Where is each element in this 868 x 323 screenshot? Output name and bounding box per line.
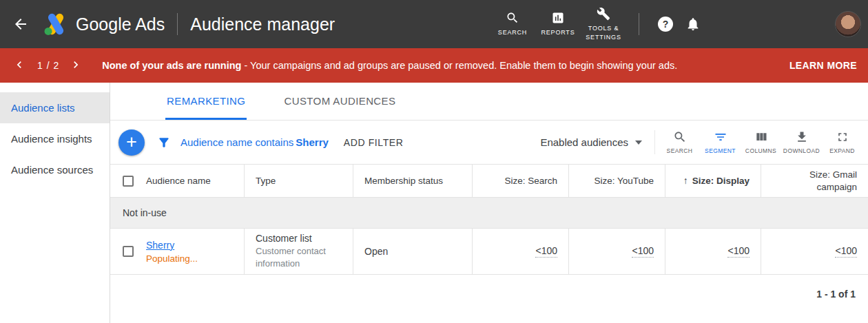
dropdown-value: Enabled audiences bbox=[540, 136, 628, 148]
download-button[interactable]: DOWNLOAD bbox=[781, 130, 822, 154]
help-icon: ? bbox=[658, 17, 673, 32]
topbar-reports-label: REPORTS bbox=[541, 28, 575, 37]
audience-view-dropdown[interactable]: Enabled audiences bbox=[540, 136, 642, 148]
expand-label: EXPAND bbox=[829, 147, 855, 154]
header-audience-name-label: Audience name bbox=[146, 175, 211, 187]
add-audience-button[interactable]: + bbox=[118, 129, 145, 156]
header-audience-name[interactable]: Audience name bbox=[110, 165, 245, 197]
filter-funnel-icon bbox=[157, 136, 171, 149]
notifications-button[interactable] bbox=[679, 10, 707, 38]
page-title: Audience manager bbox=[190, 14, 335, 34]
banner-pager: 1 / 2 bbox=[37, 60, 59, 71]
columns-label: COLUMNS bbox=[745, 147, 776, 154]
sidebar-item-audience-lists[interactable]: Audience lists bbox=[0, 92, 110, 123]
brand-name: Google Ads bbox=[76, 14, 165, 34]
header-size-gmail[interactable]: Size: Gmail campaign bbox=[761, 165, 868, 197]
select-all-checkbox[interactable] bbox=[123, 176, 134, 187]
topbar-tools-settings-button[interactable]: TOOLS & SETTINGS bbox=[581, 7, 626, 41]
segment-icon bbox=[714, 130, 727, 144]
help-button[interactable]: ? bbox=[652, 10, 679, 38]
type-value: Customer list bbox=[256, 233, 342, 244]
size-youtube-value: <100 bbox=[632, 245, 654, 258]
header-size-youtube[interactable]: Size: YouTube bbox=[569, 165, 665, 197]
learn-more-button[interactable]: LEARN MORE bbox=[789, 60, 857, 71]
add-filter-button[interactable]: ADD FILTER bbox=[344, 137, 404, 148]
topbar-divider bbox=[639, 13, 639, 35]
header-membership-status[interactable]: Membership status bbox=[353, 165, 473, 197]
back-button[interactable] bbox=[7, 10, 34, 38]
header-size-display-label: Size: Display bbox=[692, 175, 750, 187]
topbar-search-label: SEARCH bbox=[498, 28, 527, 37]
segment-label: SEGMENT bbox=[705, 147, 736, 154]
populating-status: Populating... bbox=[146, 253, 198, 264]
table-row: Sherry Populating... Customer list Custo… bbox=[110, 229, 868, 275]
pagination-label: 1 - 1 of 1 bbox=[110, 275, 868, 300]
size-display-value: <100 bbox=[727, 245, 750, 258]
audience-table: Audience name Type Membership status Siz… bbox=[110, 164, 868, 275]
topbar-search-button[interactable]: SEARCH bbox=[490, 11, 535, 37]
sidebar-item-audience-sources[interactable]: Audience sources bbox=[0, 154, 110, 185]
cell-audience-name: Sherry Populating... bbox=[110, 229, 245, 274]
chevron-down-icon bbox=[635, 140, 642, 145]
download-label: DOWNLOAD bbox=[783, 147, 820, 154]
tab-custom-audiences[interactable]: CUSTOM AUDIENCES bbox=[282, 83, 397, 120]
group-row-not-in-use: Not in-use bbox=[110, 198, 868, 229]
alert-banner: 1 / 2 None of your ads are running - You… bbox=[0, 48, 868, 83]
sidebar-item-audience-insights[interactable]: Audience insights bbox=[0, 123, 110, 154]
filter-prefix: Audience name contains bbox=[180, 136, 293, 148]
type-detail: Customer contact information bbox=[256, 245, 342, 269]
topbar: Google Ads Audience manager SEARCH REPOR… bbox=[0, 0, 868, 48]
banner-message-bold: None of your ads are running bbox=[102, 60, 241, 71]
audience-name-link[interactable]: Sherry bbox=[146, 240, 198, 251]
topbar-tools-settings-label: TOOLS & SETTINGS bbox=[583, 24, 624, 41]
size-gmail-value: <100 bbox=[835, 245, 857, 258]
content: Audience lists Audience insights Audienc… bbox=[0, 83, 868, 323]
banner-message-rest: - Your campaigns and ad groups are pause… bbox=[241, 60, 677, 71]
segment-button[interactable]: SEGMENT bbox=[700, 130, 741, 154]
banner-message: None of your ads are running - Your camp… bbox=[102, 60, 677, 71]
cell-size-youtube: <100 bbox=[569, 229, 665, 274]
search-icon bbox=[673, 130, 687, 144]
table-search-label: SEARCH bbox=[667, 147, 693, 154]
avatar[interactable] bbox=[835, 11, 861, 37]
size-search-value: <100 bbox=[535, 245, 557, 258]
cell-membership-status: Open bbox=[353, 229, 473, 274]
active-filter-chip[interactable]: Audience name containsSherry bbox=[180, 136, 329, 148]
table-toolbar: + Audience name containsSherry ADD FILTE… bbox=[110, 121, 868, 164]
tab-remarketing[interactable]: REMARKETING bbox=[165, 83, 247, 120]
back-arrow-icon bbox=[12, 16, 29, 32]
table-search-button[interactable]: SEARCH bbox=[659, 130, 700, 154]
header-size-search[interactable]: Size: Search bbox=[473, 165, 569, 197]
row-checkbox[interactable] bbox=[123, 246, 134, 257]
cell-type: Customer list Customer contact informati… bbox=[245, 229, 353, 274]
download-icon bbox=[795, 130, 809, 144]
tab-bar: REMARKETING CUSTOM AUDIENCES bbox=[110, 83, 868, 121]
search-icon bbox=[506, 11, 519, 25]
columns-button[interactable]: COLUMNS bbox=[741, 130, 781, 154]
filter-value: Sherry bbox=[296, 136, 329, 148]
columns-icon bbox=[754, 130, 768, 144]
google-ads-logo-icon[interactable] bbox=[43, 11, 69, 37]
header-type[interactable]: Type bbox=[245, 165, 353, 197]
topbar-divider bbox=[177, 13, 178, 35]
topbar-reports-button[interactable]: REPORTS bbox=[535, 11, 581, 37]
cell-size-search: <100 bbox=[473, 229, 569, 274]
header-size-display[interactable]: ↑ Size: Display bbox=[665, 165, 761, 197]
banner-prev-button[interactable] bbox=[12, 58, 28, 73]
sort-ascending-icon: ↑ bbox=[683, 174, 688, 187]
cell-size-gmail: <100 bbox=[761, 229, 868, 274]
table-header-row: Audience name Type Membership status Siz… bbox=[110, 165, 868, 198]
sidebar: Audience lists Audience insights Audienc… bbox=[0, 83, 110, 323]
expand-button[interactable]: EXPAND bbox=[822, 130, 862, 154]
filter-button[interactable] bbox=[157, 136, 171, 149]
wrench-icon bbox=[597, 7, 610, 21]
reports-icon bbox=[551, 11, 565, 25]
main-panel: REMARKETING CUSTOM AUDIENCES + Audience … bbox=[110, 83, 868, 323]
cell-size-display: <100 bbox=[665, 229, 761, 274]
bell-icon bbox=[685, 17, 701, 32]
expand-icon bbox=[836, 130, 849, 144]
table-tools: SEARCH SEGMENT COLUMNS DOWNLOAD EXPAND bbox=[654, 130, 862, 154]
banner-next-button[interactable] bbox=[69, 58, 84, 73]
plus-icon: + bbox=[126, 133, 137, 152]
